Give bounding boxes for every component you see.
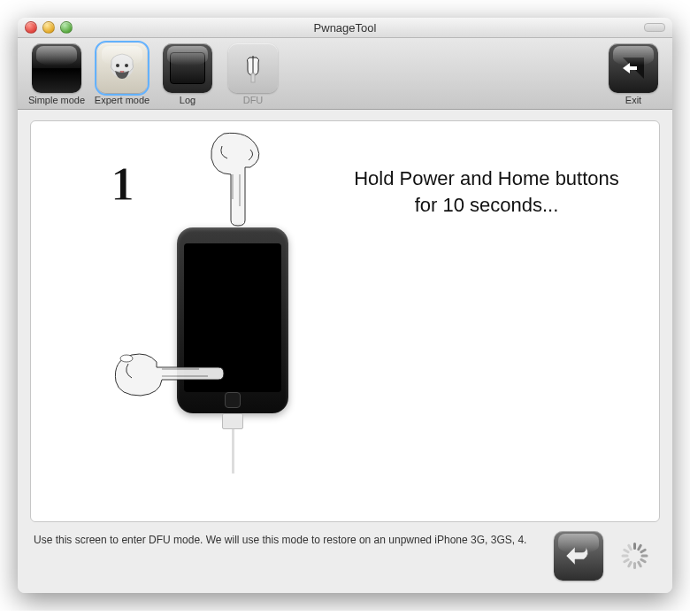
minimize-window-button[interactable] <box>42 21 55 34</box>
simple-mode-button[interactable]: Simple mode <box>27 43 87 105</box>
simple-mode-label: Simple mode <box>28 95 85 105</box>
dfu-panel: 1 <box>30 120 660 522</box>
content-area: 1 <box>18 110 672 593</box>
app-window: PwnageTool Simple mode Expert mode <box>18 18 672 593</box>
usb-cable-illustration <box>226 413 240 466</box>
close-window-button[interactable] <box>25 21 37 34</box>
dfu-illustration: 1 <box>31 121 332 521</box>
exit-arrow-icon <box>617 52 649 84</box>
expert-mode-icon <box>97 43 147 93</box>
dfu-icon <box>228 43 278 93</box>
toolbar-toggle-button[interactable] <box>644 23 665 32</box>
footer-hint-text: Use this screen to enter DFU mode. We wi… <box>34 531 543 547</box>
back-arrow-icon <box>563 540 594 572</box>
footer: Use this screen to enter DFU mode. We wi… <box>30 522 660 584</box>
svg-point-2 <box>125 64 128 67</box>
pointing-hand-icon <box>235 50 271 86</box>
window-controls <box>25 21 73 34</box>
exit-label: Exit <box>625 95 641 105</box>
einstein-icon <box>103 49 142 88</box>
simple-mode-icon <box>32 43 81 93</box>
svg-point-4 <box>120 355 133 362</box>
instruction-text: Hold Power and Home buttons for 10 secon… <box>332 121 659 218</box>
zoom-window-button[interactable] <box>60 21 73 34</box>
step-number: 1 <box>111 157 134 212</box>
log-label: Log <box>180 95 196 105</box>
exit-icon <box>609 43 658 93</box>
svg-rect-3 <box>251 73 255 82</box>
pointing-hand-top-icon <box>197 128 277 227</box>
dfu-button[interactable]: DFU <box>223 43 283 105</box>
window-title: PwnageTool <box>18 21 672 35</box>
dfu-label: DFU <box>243 95 264 105</box>
exit-button[interactable]: Exit <box>603 43 663 105</box>
expert-mode-button[interactable]: Expert mode <box>92 43 152 105</box>
back-button[interactable] <box>554 531 603 581</box>
toolbar: Simple mode Expert mode Log <box>18 38 672 110</box>
pointing-hand-side-icon <box>111 343 226 404</box>
log-button[interactable]: Log <box>157 43 218 105</box>
svg-point-1 <box>116 64 119 67</box>
expert-mode-label: Expert mode <box>95 95 150 105</box>
titlebar: PwnageTool <box>18 18 672 38</box>
log-icon <box>163 43 212 93</box>
activity-spinner-icon <box>621 542 649 570</box>
